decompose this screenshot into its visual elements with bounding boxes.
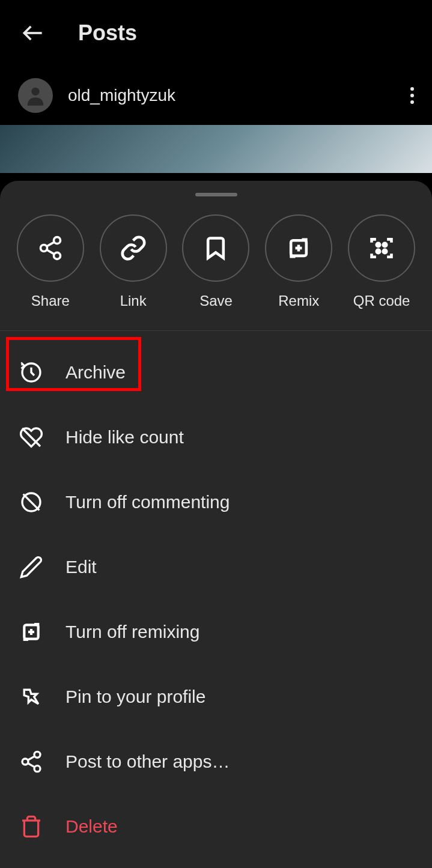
delete-menu-item[interactable]: Delete	[0, 794, 432, 859]
bookmark-icon	[202, 235, 229, 261]
arrow-left-icon	[20, 20, 46, 46]
remix-icon	[285, 235, 312, 261]
link-button[interactable]: Link	[100, 214, 167, 309]
link-icon	[120, 235, 147, 261]
svg-line-25	[28, 763, 35, 768]
svg-point-21	[34, 751, 40, 757]
save-button[interactable]: Save	[182, 214, 249, 309]
svg-point-1	[31, 88, 39, 96]
svg-line-6	[46, 250, 54, 254]
more-options-button[interactable]	[410, 87, 414, 104]
turn-off-remix-menu-item[interactable]: Turn off remixing	[0, 599, 432, 664]
menu-list: Archive Hide like count Turn off comment…	[0, 331, 432, 868]
link-label: Link	[120, 293, 147, 309]
username[interactable]: old_mightyzuk	[68, 86, 175, 105]
svg-point-10	[377, 243, 380, 247]
remix-button[interactable]: Remix	[265, 214, 332, 309]
pin-label: Pin to your profile	[65, 687, 205, 707]
edit-label: Edit	[65, 557, 97, 577]
svg-line-5	[46, 242, 54, 246]
qrcode-label: QR code	[353, 293, 410, 309]
turn-off-comments-label: Turn off commenting	[65, 492, 230, 512]
svg-line-17	[23, 494, 40, 511]
svg-point-11	[383, 243, 387, 247]
share-nodes-icon	[19, 750, 43, 774]
share-icon	[37, 235, 64, 261]
person-icon	[23, 83, 47, 108]
svg-point-23	[34, 766, 40, 772]
qrcode-button[interactable]: QR code	[348, 214, 415, 309]
comment-off-icon	[19, 490, 43, 514]
svg-point-2	[53, 237, 60, 244]
delete-label: Delete	[65, 816, 118, 837]
dot-icon	[410, 100, 414, 104]
remix-off-icon	[19, 620, 43, 644]
trash-icon	[19, 815, 43, 839]
post-other-label: Post to other apps…	[65, 751, 230, 772]
hide-likes-menu-item[interactable]: Hide like count	[0, 405, 432, 470]
sheet-handle[interactable]	[195, 193, 237, 196]
svg-point-22	[22, 759, 28, 765]
svg-line-24	[28, 756, 35, 760]
header: Posts	[0, 0, 432, 66]
turn-off-comments-menu-item[interactable]: Turn off commenting	[0, 470, 432, 535]
share-label: Share	[31, 293, 70, 309]
post-other-menu-item[interactable]: Post to other apps…	[0, 729, 432, 794]
back-button[interactable]	[18, 18, 48, 48]
bottom-sheet: Share Link Save	[0, 181, 432, 868]
user-row: old_mightyzuk	[0, 66, 432, 125]
edit-menu-item[interactable]: Edit	[0, 535, 432, 599]
dot-icon	[410, 94, 414, 97]
archive-menu-item[interactable]: Archive	[0, 340, 432, 405]
pencil-icon	[19, 555, 43, 579]
action-row: Share Link Save	[0, 214, 432, 331]
svg-point-13	[383, 250, 387, 253]
dot-icon	[410, 87, 414, 91]
post-image	[0, 125, 432, 173]
archive-icon	[19, 360, 43, 384]
avatar[interactable]	[18, 78, 53, 113]
archive-label: Archive	[65, 362, 126, 383]
page-title: Posts	[78, 20, 137, 46]
save-label: Save	[199, 293, 233, 309]
qrcode-icon	[368, 235, 395, 261]
share-button[interactable]: Share	[17, 214, 84, 309]
heart-off-icon	[19, 425, 43, 449]
pin-icon	[19, 685, 43, 709]
remix-label: Remix	[278, 293, 319, 309]
turn-off-remix-label: Turn off remixing	[65, 622, 199, 642]
hide-likes-label: Hide like count	[65, 427, 184, 448]
svg-point-3	[40, 245, 47, 252]
pin-menu-item[interactable]: Pin to your profile	[0, 664, 432, 729]
svg-point-4	[53, 252, 60, 259]
svg-point-12	[377, 250, 380, 253]
